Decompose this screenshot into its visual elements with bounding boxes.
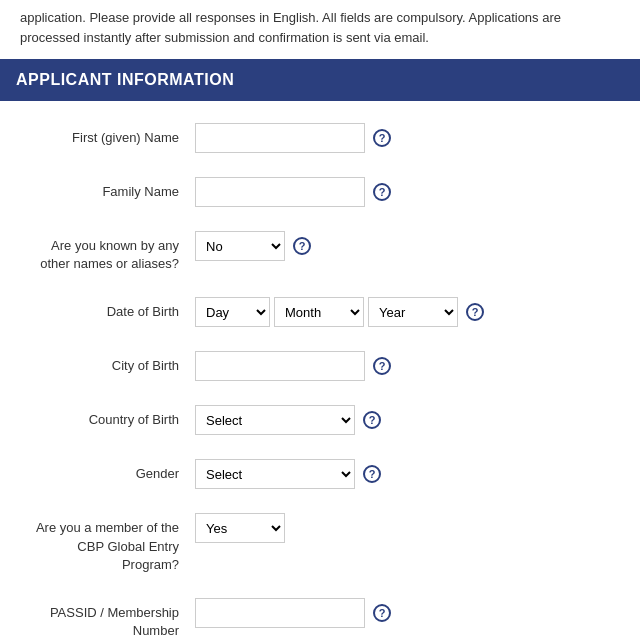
country-birth-help-icon[interactable]: ? [363, 411, 381, 429]
dob-selects: Day 12345 678910 1112131415 1617181920 2… [195, 297, 458, 327]
section-header: APPLICANT INFORMATION [0, 59, 640, 101]
known-by-select[interactable]: No Yes [195, 231, 285, 261]
cbp-member-controls: Yes No [195, 513, 620, 543]
cbp-member-row: Are you a member of the CBP Global Entry… [20, 501, 620, 586]
passid-row: PASSID / Membership Number ? [20, 586, 620, 640]
dob-year-select[interactable]: Year 202420232022 201020001990 198019701… [368, 297, 458, 327]
family-name-help-icon[interactable]: ? [373, 183, 391, 201]
cbp-member-select[interactable]: Yes No [195, 513, 285, 543]
intro-text: application. Please provide all response… [0, 0, 640, 59]
cbp-member-label: Are you a member of the CBP Global Entry… [20, 513, 195, 574]
first-name-row: First (given) Name ? [20, 111, 620, 165]
gender-row: Gender Select Male Female Other ? [20, 447, 620, 501]
passid-help-icon[interactable]: ? [373, 604, 391, 622]
city-birth-label: City of Birth [20, 351, 195, 375]
country-birth-controls: Select United States Canada United Kingd… [195, 405, 620, 435]
city-birth-row: City of Birth ? [20, 339, 620, 393]
section-title: APPLICANT INFORMATION [16, 71, 234, 88]
country-birth-select[interactable]: Select United States Canada United Kingd… [195, 405, 355, 435]
dob-row: Date of Birth Day 12345 678910 111213141… [20, 285, 620, 339]
city-birth-help-icon[interactable]: ? [373, 357, 391, 375]
known-by-row: Are you known by any other names or alia… [20, 219, 620, 285]
gender-controls: Select Male Female Other ? [195, 459, 620, 489]
city-birth-input[interactable] [195, 351, 365, 381]
family-name-controls: ? [195, 177, 620, 207]
country-birth-row: Country of Birth Select United States Ca… [20, 393, 620, 447]
family-name-input[interactable] [195, 177, 365, 207]
dob-help-icon[interactable]: ? [466, 303, 484, 321]
first-name-controls: ? [195, 123, 620, 153]
page-wrapper: application. Please provide all response… [0, 0, 640, 640]
country-birth-label: Country of Birth [20, 405, 195, 429]
family-name-label: Family Name [20, 177, 195, 201]
dob-label: Date of Birth [20, 297, 195, 321]
form-body: First (given) Name ? Family Name ? Are y… [0, 101, 640, 640]
first-name-label: First (given) Name [20, 123, 195, 147]
passid-label: PASSID / Membership Number [20, 598, 195, 640]
city-birth-controls: ? [195, 351, 620, 381]
known-by-controls: No Yes ? [195, 231, 620, 261]
gender-help-icon[interactable]: ? [363, 465, 381, 483]
first-name-help-icon[interactable]: ? [373, 129, 391, 147]
known-by-label: Are you known by any other names or alia… [20, 231, 195, 273]
gender-label: Gender [20, 459, 195, 483]
first-name-input[interactable] [195, 123, 365, 153]
gender-select[interactable]: Select Male Female Other [195, 459, 355, 489]
family-name-row: Family Name ? [20, 165, 620, 219]
dob-month-select[interactable]: Month JanuaryFebruaryMarch AprilMayJune … [274, 297, 364, 327]
known-by-help-icon[interactable]: ? [293, 237, 311, 255]
dob-day-select[interactable]: Day 12345 678910 1112131415 1617181920 2… [195, 297, 270, 327]
dob-controls: Day 12345 678910 1112131415 1617181920 2… [195, 297, 620, 327]
passid-controls: ? [195, 598, 620, 628]
passid-input[interactable] [195, 598, 365, 628]
